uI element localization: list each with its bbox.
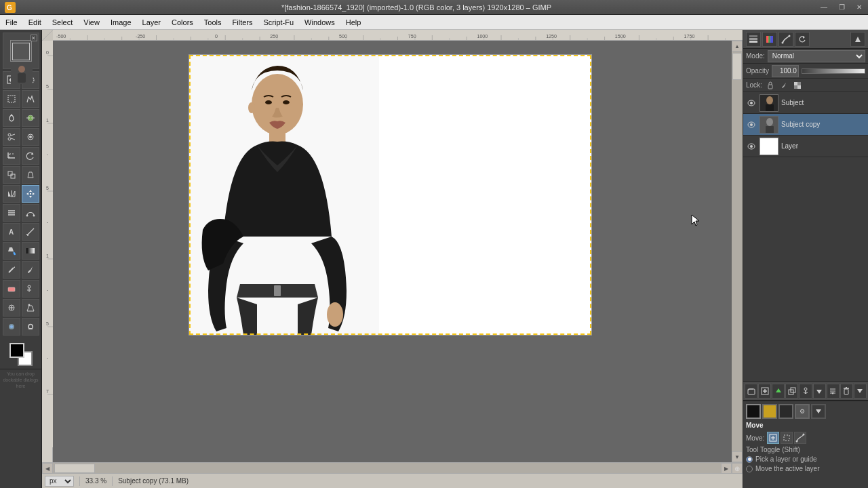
new-layer-group-btn[interactable] [745,384,757,399]
align-tool[interactable] [3,204,20,222]
layer-visibility-subject[interactable] [746,98,757,108]
vertical-scrollbar[interactable]: ▲ ▼ [732,41,743,462]
heal-tool[interactable] [3,299,20,317]
menu-select[interactable]: Select [47,15,79,30]
lock-pixels-btn[interactable] [765,80,776,91]
eraser-tool[interactable] [3,280,20,298]
canvas-scroll-area[interactable]: ▲ ▼ [53,41,743,462]
color-swatches[interactable] [9,343,33,366]
menu-filters[interactable]: Filters [227,15,258,30]
zoom-fit-button[interactable]: ⊕ [732,463,743,474]
menu-edit[interactable]: Edit [23,15,47,30]
channels-panel-btn[interactable] [762,32,777,47]
scroll-right-arrow[interactable]: ▶ [721,463,732,474]
scroll-left-arrow[interactable]: ◀ [42,463,53,474]
fuzzy-select-tool[interactable] [3,109,20,127]
text-tool[interactable]: A [3,223,20,241]
perspective-clone-tool[interactable] [22,299,39,317]
fg-swatch[interactable] [746,404,761,419]
menu-scriptfu[interactable]: Script-Fu [258,15,299,30]
anchor-layer-btn[interactable] [799,384,812,399]
move-tool[interactable] [22,185,39,203]
tool-preset-btn[interactable]: ⚙ [795,404,810,419]
foreground-color[interactable] [9,343,24,358]
select-by-color-tool[interactable] [22,109,39,127]
crop-tool[interactable] [3,147,20,165]
expand-options-btn[interactable] [811,404,826,419]
menu-windows[interactable]: Windows [299,15,340,30]
radio-move-active[interactable]: Move the active layer [746,465,865,472]
paths-panel-btn[interactable] [778,32,793,47]
lock-brush-btn[interactable] [778,80,789,91]
opacity-slider[interactable] [802,68,865,74]
menu-layer[interactable]: Layer [137,15,167,30]
scroll-track-h[interactable] [53,463,721,473]
menu-image[interactable]: Image [105,15,137,30]
color-swatch-2[interactable] [762,404,777,419]
scissors-select-tool[interactable] [3,128,20,146]
rotate-tool[interactable] [22,147,39,165]
rect-select-tool[interactable] [3,90,20,108]
path-tool[interactable] [22,204,39,222]
perspective-tool[interactable] [22,166,39,184]
move-selection-icon[interactable] [781,432,793,444]
paintbrush-tool[interactable] [22,261,39,279]
clone-tool[interactable] [22,280,39,298]
radio-pick-checked[interactable] [746,456,753,463]
scroll-up-arrow[interactable]: ▲ [732,41,743,52]
pencil-tool[interactable] [3,261,20,279]
duplicate-layer-btn[interactable] [785,384,798,399]
close-button[interactable]: ✕ [850,0,868,15]
new-layer-btn[interactable] [758,384,771,399]
blend-tool[interactable] [22,242,39,260]
lock-alpha-btn[interactable] [792,80,803,91]
foreground-bg-indicator[interactable]: ✕ [3,33,39,69]
layer-mode-select[interactable]: Normal Multiply Screen Overlay [768,50,865,62]
merge-layers-btn[interactable] [827,384,840,399]
layer-item-layer[interactable]: Layer [743,136,868,157]
lower-layer-btn[interactable] [813,384,826,399]
dodge-tool[interactable] [22,318,39,336]
menu-help[interactable]: Help [340,15,367,30]
minimize-button[interactable]: — [815,0,833,15]
layers-panel-btn[interactable] [746,32,761,47]
move-layer-icon[interactable] [767,432,779,444]
maximize-button[interactable]: ❐ [833,0,850,15]
radio-pick-layer[interactable]: Pick a layer or guide [746,455,865,463]
scroll-down-arrow[interactable]: ▼ [732,451,743,462]
expand-layers-btn[interactable] [854,384,867,399]
opacity-input[interactable]: 100.0 [772,65,799,77]
menu-file[interactable]: File [0,15,23,30]
layer-visibility-subject-copy[interactable] [746,119,757,130]
free-select-tool[interactable] [22,90,39,108]
undo-history-btn[interactable] [795,32,810,47]
layer-visibility-layer[interactable] [746,141,757,152]
bucket-fill-tool[interactable] [3,242,20,260]
scale-tool[interactable] [3,166,20,184]
flip-tool[interactable] [3,185,20,203]
radio-move-unchecked[interactable] [746,466,753,472]
move-path-icon[interactable] [794,432,806,444]
unit-select[interactable]: px % mm [45,476,74,487]
close-preset-btn[interactable]: ✕ [31,35,37,41]
foreground-select-tool[interactable] [22,128,39,146]
layer-item-subject-copy[interactable]: Subject copy [743,114,868,136]
color-area[interactable] [7,340,35,369]
layer-item-subject[interactable]: Subject [743,92,868,114]
tool-group-5 [2,146,40,165]
color-swatch-3[interactable] [778,404,793,419]
menu-view[interactable]: View [78,15,105,30]
expand-panel-btn[interactable] [850,32,865,47]
scroll-thumb-v[interactable] [732,53,742,80]
canvas-image[interactable] [189,54,592,336]
menu-tools[interactable]: Tools [199,15,227,30]
horizontal-scrollbar[interactable]: ◀ ▶ ⊕ [42,462,743,473]
scroll-track-v[interactable] [732,52,743,451]
app-icon: G [3,0,18,15]
measure-tool[interactable] [22,223,39,241]
blur-tool[interactable] [3,318,20,336]
raise-layer-btn[interactable] [772,384,785,399]
scroll-thumb-h[interactable] [54,464,95,473]
menu-colors[interactable]: Colors [166,15,199,30]
delete-layer-btn[interactable] [840,384,853,399]
